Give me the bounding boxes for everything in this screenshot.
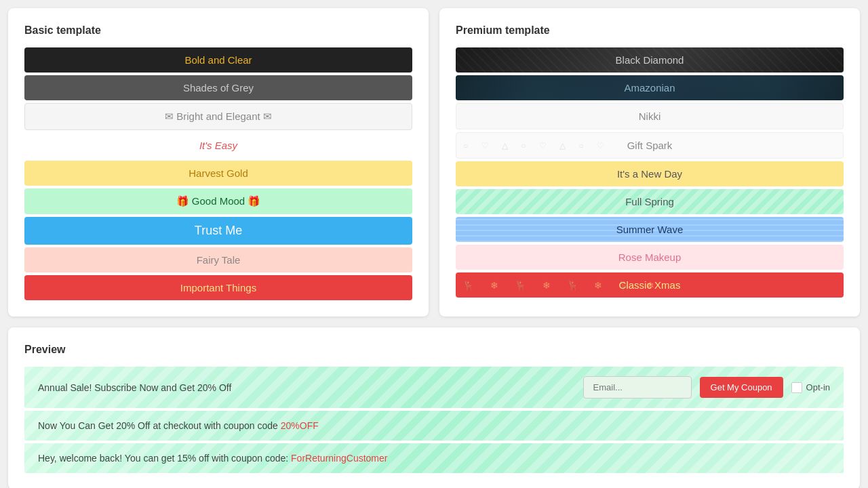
template-trust-me[interactable]: Trust Me xyxy=(24,217,412,245)
preview-message1-code: 20%OFF xyxy=(281,420,319,431)
preview-message1-text: Now You Can Get 20% Off at checkout with… xyxy=(38,420,281,431)
preview-optin-container: Opt-in xyxy=(791,382,830,393)
premium-template-list: Black Diamond Amazonian Nikki Gift Spark… xyxy=(456,47,844,298)
basic-template-list: Bold and Clear Shades of Grey ✉ Bright a… xyxy=(24,47,412,300)
optin-label: Opt-in xyxy=(806,382,830,392)
template-full-spring[interactable]: Full Spring xyxy=(456,189,844,214)
preview-content: Annual Sale! Subscribe Now and Get 20% O… xyxy=(24,367,844,473)
preview-message-1: Now You Can Get 20% Off at checkout with… xyxy=(24,411,844,441)
template-nikki[interactable]: Nikki xyxy=(456,103,844,129)
preview-subscribe-banner: Annual Sale! Subscribe Now and Get 20% O… xyxy=(24,367,844,408)
template-harvest-gold[interactable]: Harvest Gold xyxy=(24,161,412,186)
template-amazonian[interactable]: Amazonian xyxy=(456,75,844,100)
preview-message2-code: ForReturningCustomer xyxy=(291,453,387,464)
template-important-things[interactable]: Important Things xyxy=(24,275,412,300)
template-its-easy[interactable]: It's Easy xyxy=(24,133,412,158)
basic-template-title: Basic template xyxy=(24,24,412,37)
template-bold-clear[interactable]: Bold and Clear xyxy=(24,47,412,73)
preview-message-2: Hey, welcome back! You can get 15% off w… xyxy=(24,443,844,473)
template-classic-xmas[interactable]: Classic Xmas xyxy=(456,272,844,298)
template-black-diamond[interactable]: Black Diamond xyxy=(456,47,844,73)
get-coupon-button[interactable]: Get My Coupon xyxy=(700,377,783,398)
template-its-new-day[interactable]: It's a New Day xyxy=(456,161,844,186)
preview-title: Preview xyxy=(24,344,844,356)
template-summer-wave[interactable]: Summer Wave xyxy=(456,217,844,242)
premium-template-card: Premium template Black Diamond Amazonian… xyxy=(439,8,860,317)
template-bright-elegant[interactable]: ✉ Bright and Elegant ✉ xyxy=(24,103,412,130)
template-fairy-tale[interactable]: Fairy Tale xyxy=(24,247,412,272)
optin-checkbox[interactable] xyxy=(791,382,802,393)
preview-banner-text: Annual Sale! Subscribe Now and Get 20% O… xyxy=(38,382,575,393)
preview-card: Preview Annual Sale! Subscribe Now and G… xyxy=(8,327,860,488)
preview-message2-text: Hey, welcome back! You can get 15% off w… xyxy=(38,453,291,464)
premium-template-title: Premium template xyxy=(456,24,844,37)
template-good-mood[interactable]: 🎁 Good Mood 🎁 xyxy=(24,188,412,214)
preview-email-input[interactable] xyxy=(583,376,692,399)
template-rose-makeup[interactable]: Rose Makeup xyxy=(456,245,844,270)
basic-template-card: Basic template Bold and Clear Shades of … xyxy=(8,8,429,317)
template-shades-grey[interactable]: Shades of Grey xyxy=(24,75,412,100)
template-gift-spark[interactable]: Gift Spark xyxy=(456,132,844,159)
